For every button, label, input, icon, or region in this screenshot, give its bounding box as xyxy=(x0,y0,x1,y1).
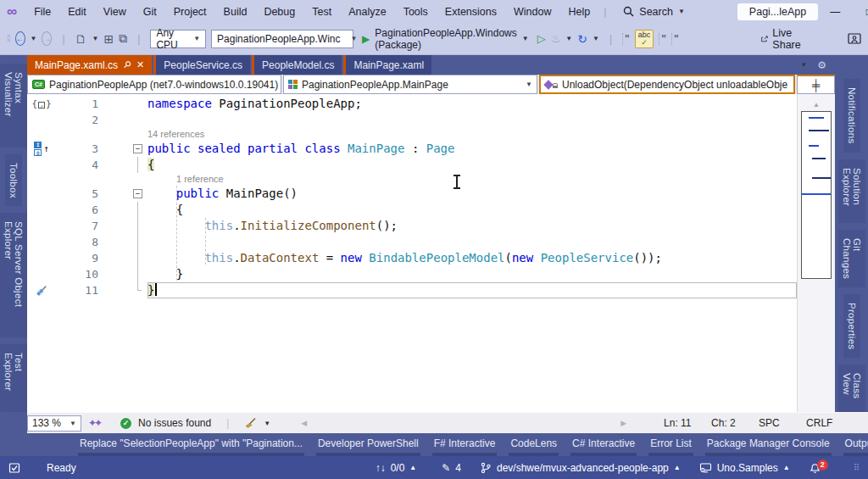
outlining-margin[interactable]: − xyxy=(103,186,147,202)
minimize-button[interactable]: — xyxy=(818,0,852,23)
right-tool-tab-0[interactable]: Notifications xyxy=(843,79,860,153)
project-dropdown[interactable]: C# PaginationPeopleApp (net7.0-windows10… xyxy=(27,75,281,94)
hot-reload-icon[interactable]: ♨ xyxy=(551,32,561,45)
startup-project-dropdown[interactable]: PaginationPeopleApp.Winc ▼ xyxy=(211,30,353,48)
panel-tab-5[interactable]: Error List xyxy=(648,433,693,456)
code-text[interactable] xyxy=(147,234,797,250)
panel-tab-4[interactable]: C# Interactive xyxy=(570,433,637,456)
menu-item-10[interactable]: Extensions xyxy=(437,3,505,21)
code-text[interactable]: { xyxy=(147,202,797,218)
tab-mainpage-xaml-cs[interactable]: MainPage.xaml.cs ⚲ ✕ xyxy=(27,55,152,75)
menu-item-6[interactable]: Debug xyxy=(255,3,303,21)
toolbar-grip[interactable]: ⁞⁞ xyxy=(7,34,10,43)
panel-tab-6[interactable]: Package Manager Console xyxy=(705,433,832,456)
line-ending-indicator[interactable]: CRLF xyxy=(806,417,854,429)
code-cleanup-broom-icon[interactable] xyxy=(244,417,257,429)
right-tool-tab-2[interactable]: Git Changes xyxy=(838,230,865,287)
panel-tab-7[interactable]: Output xyxy=(843,433,868,456)
scroll-up-arrow-icon[interactable]: ▲ xyxy=(798,101,835,109)
search-control[interactable]: Search ▼ xyxy=(623,6,685,18)
format-icon[interactable]: " xyxy=(622,33,630,45)
code-line-7[interactable]: 7 this.InitializeComponent(); xyxy=(27,218,797,234)
menu-item-1[interactable]: Edit xyxy=(59,3,95,21)
code-text[interactable]: this.InitializeComponent(); xyxy=(147,218,797,234)
code-text[interactable]: public MainPage() xyxy=(147,186,797,202)
panel-tab-2[interactable]: F# Interactive xyxy=(432,433,498,456)
margin-ns-icon[interactable]: {↗} xyxy=(27,96,56,112)
code-text[interactable]: { xyxy=(147,157,797,173)
navigate-back-button[interactable]: ← xyxy=(15,31,25,46)
code-area[interactable]: {↗}1namespace PaginationPeopleApp;214 re… xyxy=(27,94,797,412)
menu-item-5[interactable]: Build xyxy=(215,3,256,21)
tab-well-options-gear-icon[interactable]: ⚙ xyxy=(817,59,826,71)
vertical-scrollbar[interactable]: ▲ xyxy=(797,94,835,412)
code-line-11[interactable]: 11} xyxy=(27,282,797,298)
menu-item-0[interactable]: File xyxy=(25,3,59,21)
panel-tab-0[interactable]: Replace "SelectionPeopleApp" with "Pagin… xyxy=(78,433,304,456)
issues-status-label[interactable]: No issues found xyxy=(138,417,211,429)
margin-io-icon[interactable]: IO↑ xyxy=(27,141,56,157)
spaces-indicator[interactable]: SPC xyxy=(759,417,806,429)
code-line-3[interactable]: IO↑3−public sealed partial class MainPag… xyxy=(27,141,797,157)
codelens-references[interactable]: 1 reference xyxy=(27,173,797,186)
scrollbar-document-map[interactable] xyxy=(801,111,832,279)
panel-tab-1[interactable]: Developer PowerShell xyxy=(316,433,420,456)
left-tool-tab-2[interactable]: SQL Server Object Explorer xyxy=(0,213,27,337)
right-tool-tab-3[interactable]: Properties xyxy=(843,294,860,358)
start-debugging-button[interactable]: ▶ PaginationPeopleApp.Windows (Package) … xyxy=(359,27,532,51)
solution-configuration-dropdown[interactable]: Any CPU ▼ xyxy=(150,30,206,48)
tab-list-caret-icon[interactable]: ▼ xyxy=(800,61,807,69)
menu-item-2[interactable]: View xyxy=(95,3,135,21)
code-line-9[interactable]: 9 this.DataContext = new BindablePeopleM… xyxy=(27,250,797,266)
left-tool-tab-1[interactable]: Toolbox xyxy=(5,154,22,207)
live-share-button[interactable]: Live Share xyxy=(760,27,805,51)
hot-reload-caret-icon[interactable]: ▼ xyxy=(565,35,572,42)
code-line-5[interactable]: 5− public MainPage() xyxy=(27,186,797,202)
save-all-icon[interactable]: ⧉ xyxy=(119,31,127,46)
code-line-8[interactable]: 8 xyxy=(27,234,797,250)
menu-item-7[interactable]: Test xyxy=(303,3,340,21)
maximize-button[interactable]: □ xyxy=(852,0,868,23)
format-icon[interactable]: " xyxy=(671,33,679,45)
code-editor[interactable]: {↗}1namespace PaginationPeopleApp;214 re… xyxy=(27,94,835,412)
start-without-debugging-button[interactable]: ▷ xyxy=(537,32,546,45)
close-tab-icon[interactable]: ✕ xyxy=(136,59,144,70)
code-text[interactable]: public sealed partial class MainPage : P… xyxy=(147,141,797,157)
code-line-10[interactable]: 10 } xyxy=(27,266,797,282)
margin-screw-icon[interactable] xyxy=(27,282,56,298)
navigate-forward-button[interactable]: → xyxy=(42,31,52,46)
restart-caret-icon[interactable]: ▼ xyxy=(593,35,599,42)
open-file-icon[interactable]: ⊞ xyxy=(104,32,114,46)
tab-peopleservice-cs[interactable]: PeopleService.cs xyxy=(153,55,250,75)
code-line-2[interactable]: 2 xyxy=(27,112,797,128)
new-file-button[interactable]: 🗋 xyxy=(75,32,87,46)
member-dropdown[interactable]: UnloadObject(DependencyObject unloadable… xyxy=(539,75,795,94)
line-number-indicator[interactable]: Ln: 11 xyxy=(664,417,711,429)
notifications-button[interactable]: 2 xyxy=(809,461,821,474)
type-dropdown[interactable]: PaginationPeopleApp.MainPage ▼ xyxy=(283,75,537,94)
outlining-margin[interactable]: − xyxy=(103,141,147,157)
menu-item-8[interactable]: Analyze xyxy=(340,3,394,21)
collapse-region-icon[interactable]: − xyxy=(133,189,142,198)
left-tool-tab-0[interactable]: Syntax Visualizer xyxy=(0,64,27,148)
format-icon[interactable]: " xyxy=(659,33,666,45)
code-text[interactable]: } xyxy=(147,282,797,298)
restart-button[interactable]: ↻ xyxy=(577,32,587,46)
split-editor-button[interactable]: ╪ xyxy=(797,75,835,94)
intellicode-icon[interactable]: ✦✦ xyxy=(88,417,100,429)
code-line-1[interactable]: {↗}1namespace PaginationPeopleApp; xyxy=(27,96,797,112)
hscroll-left-arrow-icon[interactable]: ◀ xyxy=(301,419,307,427)
menu-item-12[interactable]: Help xyxy=(559,3,598,21)
collapse-region-icon[interactable]: − xyxy=(133,144,142,153)
hscroll-right-arrow-icon[interactable]: ▶ xyxy=(620,419,626,427)
menu-item-11[interactable]: Window xyxy=(505,3,559,21)
right-tool-tab-4[interactable]: Class View xyxy=(838,365,865,412)
code-cleanup-caret-icon[interactable]: ▼ xyxy=(264,420,270,427)
menu-item-9[interactable]: Tools xyxy=(395,3,437,21)
tab-mainpage-xaml[interactable]: MainPage.xaml xyxy=(343,55,431,75)
pin-icon[interactable]: ⚲ xyxy=(121,58,134,71)
code-text[interactable] xyxy=(147,112,797,128)
column-indicator[interactable]: Ch: 2 xyxy=(711,417,759,429)
code-line-6[interactable]: 6 { xyxy=(27,202,797,218)
sync-commits-button[interactable]: ↑↓ 0/0 ▲ xyxy=(376,462,417,474)
